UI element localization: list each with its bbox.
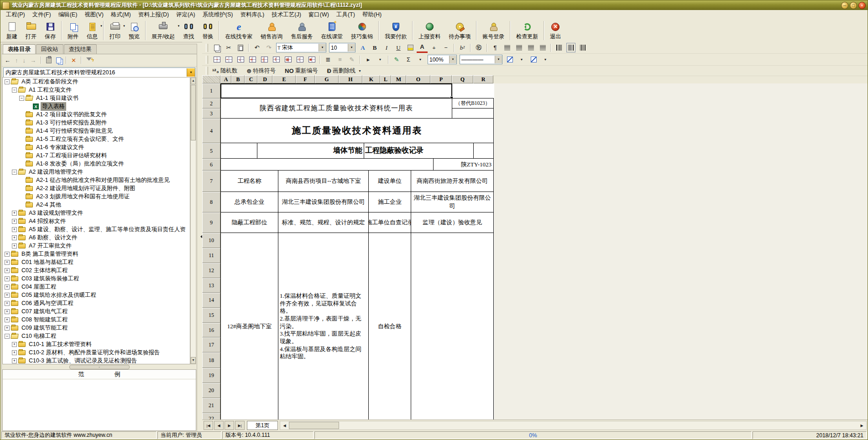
body-check-items-cell[interactable]: 1.保温材料合格证、质量证明文件齐全有效，见证取样复试合格。 2.基层清理干净，… [278, 233, 369, 420]
expand-icon[interactable]: + [12, 243, 17, 248]
vertical-text-center-icon[interactable] [565, 43, 576, 52]
build-unit-label-cell[interactable]: 建设单位 [368, 170, 411, 192]
form-code-cell[interactable]: 陕ZTY-1023 [433, 158, 494, 171]
header-note-cell[interactable]: （替代B1023） [452, 98, 494, 109]
tree-item[interactable]: −A2 建设用地管理文件 [3, 168, 190, 176]
expand-icon[interactable]: + [12, 211, 17, 216]
column-header-D[interactable]: D [257, 75, 272, 83]
contractor-label-cell[interactable]: 总承包企业 [220, 192, 278, 212]
login-button[interactable]: 账号登录 [478, 19, 508, 42]
row-header-9[interactable]: 9 [202, 212, 220, 233]
upload-button[interactable]: 上报资料 [414, 19, 444, 42]
row-header-19[interactable]: 19 [202, 368, 220, 383]
collapse-icon[interactable]: − [12, 88, 17, 93]
vertical-text-right-icon[interactable] [577, 43, 588, 52]
combo-dropdown-icon[interactable]: ▼ [449, 56, 456, 63]
dropdown-arrow-icon[interactable]: ▼ [358, 69, 361, 72]
column-header-A[interactable]: A [220, 75, 231, 83]
insert-col-icon[interactable]: ⇣ [235, 55, 246, 64]
tree-item[interactable]: A1-4 可行性研究报告审批意见 [3, 127, 190, 135]
tree-item[interactable]: A1-7 工程项目评估研究材料 [3, 151, 190, 160]
tips-button[interactable]: 技巧集锦 [347, 19, 377, 42]
expand-icon[interactable]: + [5, 293, 10, 298]
dropdown-arrow-icon[interactable]: ▼ [516, 55, 527, 64]
tab-表格目录[interactable]: 表格目录 [3, 44, 36, 54]
row-header-15[interactable]: 15 [202, 308, 220, 323]
vertical-text-left-icon[interactable] [554, 43, 565, 52]
form-title-cell[interactable]: 陕西省建筑工程施工质量验收技术资料统一用表 [220, 98, 452, 119]
combo-dropdown-icon[interactable]: ▼ [495, 56, 502, 63]
expand-icon[interactable]: + [5, 268, 10, 273]
menu-item-12[interactable]: 工具(T) [333, 10, 359, 20]
font-size-combo[interactable]: 10▼ [329, 43, 356, 52]
row-header-22[interactable]: 22 [202, 413, 220, 420]
menu-item-8[interactable]: 系统维护(S) [199, 10, 237, 20]
decrease-font-icon[interactable]: − [440, 43, 451, 52]
circled-number-icon[interactable]: ⑯ [473, 43, 484, 52]
up-arrow-icon[interactable]: ↑ [15, 57, 18, 63]
menu-item-10[interactable]: 技术工艺(J) [268, 10, 305, 20]
row-header-5[interactable]: 5 [202, 143, 220, 159]
expand-icon[interactable]: + [5, 260, 10, 265]
sales-button[interactable]: 销售咨询 [256, 19, 287, 42]
selected-cell[interactable] [220, 83, 452, 98]
toolbar-grip[interactable] [206, 67, 208, 75]
highlight-icon[interactable] [405, 43, 416, 52]
back-arrow-icon[interactable]: ← [5, 57, 10, 63]
expand-collapse-button[interactable]: 展开/收起▼ [147, 19, 179, 42]
column-header-G[interactable]: G [315, 75, 339, 83]
menu-item-6[interactable]: 资料上报(D) [135, 10, 173, 20]
row-header-14[interactable]: 14 [202, 293, 220, 308]
tree-item[interactable]: +A3 建设规划管理文件 [3, 209, 190, 217]
border-color-icon[interactable] [528, 55, 539, 64]
row-header-13[interactable]: 13 [202, 278, 220, 293]
tree-scrollbar[interactable]: ▲ ▼ [190, 77, 196, 364]
tree-item[interactable]: A1-5 工程立项有关会议纪要、文件 [3, 135, 190, 143]
char-style-icon[interactable]: A [357, 43, 368, 52]
self-check-label-cell[interactable]: 施工单位自查记录 [368, 212, 411, 233]
tree-item[interactable]: +C10-3 施工试验、调试记录及见证检测报告 [3, 357, 190, 364]
collapse-icon[interactable]: − [19, 96, 24, 101]
main-title-cell[interactable]: 施工质量验收技术资料通用表 [220, 118, 494, 143]
collapse-icon[interactable]: − [5, 334, 10, 339]
body-supervisor-cell[interactable] [411, 233, 494, 420]
expand-icon[interactable]: + [5, 285, 10, 290]
expand-icon[interactable]: + [5, 317, 10, 322]
paste-icon[interactable] [235, 43, 246, 52]
font-color-icon[interactable]: A [417, 42, 428, 53]
insert-row-icon[interactable]: ⇢ [211, 55, 222, 64]
column-header-P[interactable]: P [430, 75, 452, 83]
subtitle-empty-cell[interactable] [220, 143, 257, 159]
row-header-21[interactable]: 21 [202, 398, 220, 413]
toolbar-grip[interactable] [206, 56, 208, 64]
tree-item[interactable]: +C02 主体结构工程 [3, 266, 190, 274]
row-header-3[interactable]: 3 [202, 109, 220, 119]
scroll-right-icon[interactable]: ▶ [858, 421, 866, 430]
menu-item-5[interactable]: 格式(M) [107, 10, 135, 20]
filter-icon[interactable] [86, 57, 92, 63]
align-justify-icon[interactable] [537, 43, 548, 52]
paragraph-mark-icon[interactable]: ¶ [490, 43, 501, 52]
row-header-4[interactable]: 4 [202, 119, 220, 143]
table-grid-icon[interactable]: ▦ [282, 55, 293, 64]
expand-icon[interactable]: + [12, 219, 17, 224]
column-header-B[interactable]: B [231, 75, 245, 83]
regulation-combo[interactable]: 内蒙古房屋建筑工程技术资料管理规程2016 ▼ [3, 67, 195, 78]
standard-label-cell[interactable]: 标准、规范、规程、设计的规定 [278, 212, 369, 233]
align-left-icon[interactable] [502, 43, 512, 52]
dropdown-arrow-icon[interactable]: ▼ [375, 55, 386, 64]
split-cells-icon[interactable]: ╪ [247, 55, 258, 64]
bold-button[interactable]: B [369, 43, 380, 52]
row-header-1[interactable]: 1 [202, 83, 220, 98]
tab-查找结果[interactable]: 查找结果 [64, 44, 97, 54]
menu-item-13[interactable]: 帮助(H) [359, 10, 385, 20]
row-header-7[interactable]: 7 [202, 171, 220, 192]
column-header-Q[interactable]: Q [452, 75, 473, 83]
tree-item[interactable]: +C01 地基与基础工程 [3, 258, 190, 266]
underline-button[interactable]: U [393, 43, 404, 52]
expand-icon[interactable]: + [12, 350, 17, 355]
tree-item[interactable]: −C10 电梯工程 [3, 332, 190, 340]
tree-item[interactable]: +B类 施工质量管理资料 [3, 250, 190, 258]
pay-button[interactable]: 我要付款 [381, 19, 411, 42]
project-name-label-cell[interactable]: 工程名称 [220, 170, 278, 192]
